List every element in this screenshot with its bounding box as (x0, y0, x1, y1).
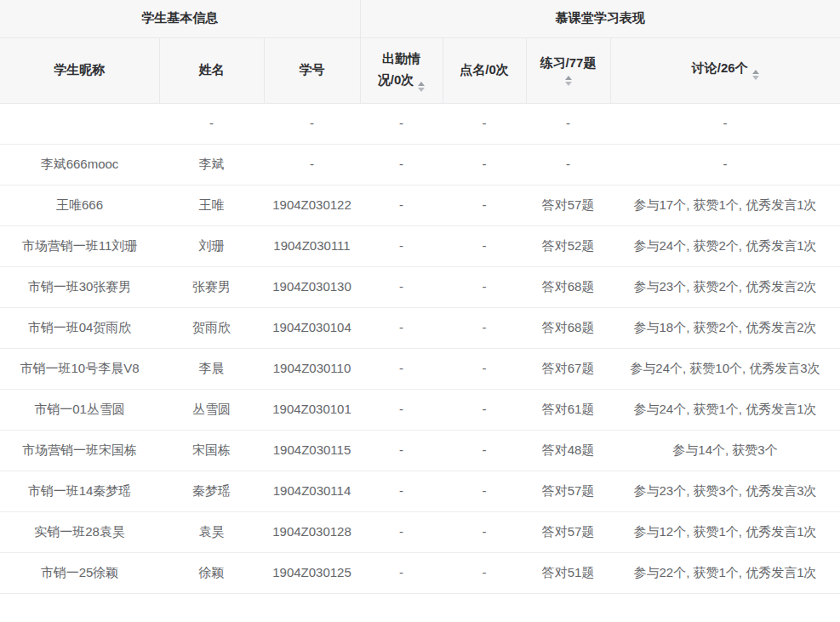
cell-roll-call: - (443, 430, 526, 471)
column-header-roll-call: 点名/0次 (443, 37, 526, 103)
sort-ascending-icon[interactable] (418, 82, 425, 86)
cell-discussion: - (610, 103, 840, 144)
sort-ascending-icon[interactable] (565, 76, 572, 80)
cell-exercise: - (526, 144, 610, 185)
cell-roll-call: - (443, 266, 526, 307)
cell-student-id: 1904Z030128 (264, 511, 360, 552)
cell-name: 李晨 (159, 348, 264, 389)
column-header-label: 练习/77题 (532, 54, 605, 71)
column-header-label: 学生昵称 (54, 62, 105, 77)
table-row: 市销一25徐颖 徐颖 1904Z030125 - - 答对51题 参与22个, … (0, 552, 840, 593)
cell-student-id: 1904Z030104 (264, 307, 360, 348)
table-row: 市销一班30张赛男 张赛男 1904Z030130 - - 答对68题 参与23… (0, 266, 840, 307)
sort-ascending-icon[interactable] (752, 70, 759, 74)
cell-nickname: 市销一班10号李晨V8 (0, 348, 159, 389)
cell-exercise: 答对48题 (526, 430, 610, 471)
cell-roll-call: - (443, 185, 526, 225)
cell-student-id: 1904Z030101 (264, 389, 360, 430)
cell-nickname: 市场营销一班宋国栋 (0, 430, 159, 471)
sort-descending-icon[interactable] (418, 88, 425, 92)
cell-roll-call: - (443, 225, 526, 266)
sort-icon[interactable] (565, 76, 572, 86)
table-row: 市销一01丛雪圆 丛雪圆 1904Z030101 - - 答对61题 参与24个… (0, 389, 840, 430)
table-row: 李斌666mooc 李斌 - - - - - (0, 144, 840, 185)
cell-nickname: 市场营销一班11刘珊 (0, 225, 159, 266)
cell-roll-call: - (443, 389, 526, 430)
cell-exercise: 答对68题 (526, 266, 610, 307)
cell-name: 贺雨欣 (159, 307, 264, 348)
cell-discussion: 参与24个, 获赞2个, 优秀发言1次 (610, 225, 840, 266)
cell-student-id: 1904Z030115 (264, 430, 360, 471)
cell-student-id: 1904Z030110 (264, 348, 360, 389)
cell-roll-call: - (443, 511, 526, 552)
cell-student-id: - (264, 144, 360, 185)
sort-icon[interactable] (752, 70, 759, 80)
cell-discussion: 参与24个, 获赞10个, 优秀发言3次 (610, 348, 840, 389)
table-header: 学生基本信息 慕课堂学习表现 学生昵称 姓名 学号 出勤情 况/0次 点名/0次… (0, 0, 840, 103)
cell-discussion: - (610, 144, 840, 185)
sort-descending-icon[interactable] (565, 82, 572, 86)
cell-discussion: 参与12个, 获赞1个, 优秀发言1次 (610, 511, 840, 552)
cell-roll-call: - (443, 471, 526, 511)
cell-nickname: 实销一班28袁昊 (0, 511, 159, 552)
table-row: 王唯666 王唯 1904Z030122 - - 答对57题 参与17个, 获赞… (0, 185, 840, 225)
cell-name: 秦梦瑶 (159, 471, 264, 511)
cell-student-id: 1904Z030122 (264, 185, 360, 225)
table-row: 市销一班04贺雨欣 贺雨欣 1904Z030104 - - 答对68题 参与18… (0, 307, 840, 348)
column-header-label: 讨论/26个 (692, 60, 748, 75)
cell-attendance: - (360, 225, 443, 266)
cell-attendance: - (360, 103, 443, 144)
table-row: - - - - - - (0, 103, 840, 144)
cell-student-id: 1904Z030114 (264, 471, 360, 511)
cell-exercise: 答对68题 (526, 307, 610, 348)
cell-name: 袁昊 (159, 511, 264, 552)
cell-roll-call: - (443, 144, 526, 185)
cell-exercise: 答对57题 (526, 511, 610, 552)
cell-student-id: - (264, 103, 360, 144)
column-header-student-id: 学号 (264, 37, 360, 103)
cell-discussion: 参与17个, 获赞1个, 优秀发言1次 (610, 185, 840, 225)
sort-descending-icon[interactable] (752, 76, 759, 80)
cell-nickname: 市销一班04贺雨欣 (0, 307, 159, 348)
cell-exercise: 答对57题 (526, 185, 610, 225)
table-row: 市销一班10号李晨V8 李晨 1904Z030110 - - 答对67题 参与2… (0, 348, 840, 389)
table-body: - - - - - - 李斌666mooc 李斌 - - - - - 王唯666… (0, 103, 840, 593)
column-header-exercise[interactable]: 练习/77题 (526, 37, 610, 103)
cell-exercise: 答对52题 (526, 225, 610, 266)
group-header-mooc-performance: 慕课堂学习表现 (360, 0, 840, 37)
cell-nickname: 市销一01丛雪圆 (0, 389, 159, 430)
cell-name: 丛雪圆 (159, 389, 264, 430)
cell-roll-call: - (443, 103, 526, 144)
cell-name: 刘珊 (159, 225, 264, 266)
cell-attendance: - (360, 552, 443, 593)
cell-student-id: 1904Z030130 (264, 266, 360, 307)
column-header-label: 点名/0次 (460, 62, 509, 77)
cell-attendance: - (360, 144, 443, 185)
cell-discussion: 参与14个, 获赞3个 (610, 430, 840, 471)
column-header-discussion[interactable]: 讨论/26个 (610, 37, 840, 103)
group-header-student-basic-info: 学生基本信息 (0, 0, 360, 37)
column-header-label: 姓名 (199, 62, 225, 77)
cell-name: - (159, 103, 264, 144)
cell-name: 张赛男 (159, 266, 264, 307)
cell-exercise: 答对61题 (526, 389, 610, 430)
cell-attendance: - (360, 430, 443, 471)
cell-nickname: 王唯666 (0, 185, 159, 225)
column-header-attendance[interactable]: 出勤情 况/0次 (360, 37, 443, 103)
cell-attendance: - (360, 389, 443, 430)
group-header-row: 学生基本信息 慕课堂学习表现 (0, 0, 840, 37)
cell-nickname: 市销一班14秦梦瑶 (0, 471, 159, 511)
cell-discussion: 参与23个, 获赞3个, 优秀发言3次 (610, 471, 840, 511)
table-row: 市场营销一班宋国栋 宋国栋 1904Z030115 - - 答对48题 参与14… (0, 430, 840, 471)
cell-exercise: 答对51题 (526, 552, 610, 593)
cell-roll-call: - (443, 307, 526, 348)
cell-student-id: 1904Z030111 (264, 225, 360, 266)
cell-attendance: - (360, 348, 443, 389)
cell-roll-call: - (443, 552, 526, 593)
table-row: 市场营销一班11刘珊 刘珊 1904Z030111 - - 答对52题 参与24… (0, 225, 840, 266)
cell-discussion: 参与24个, 获赞1个, 优秀发言1次 (610, 389, 840, 430)
sort-icon[interactable] (418, 82, 425, 92)
cell-discussion: 参与18个, 获赞2个, 优秀发言2次 (610, 307, 840, 348)
table-row: 实销一班28袁昊 袁昊 1904Z030128 - - 答对57题 参与12个,… (0, 511, 840, 552)
cell-name: 王唯 (159, 185, 264, 225)
